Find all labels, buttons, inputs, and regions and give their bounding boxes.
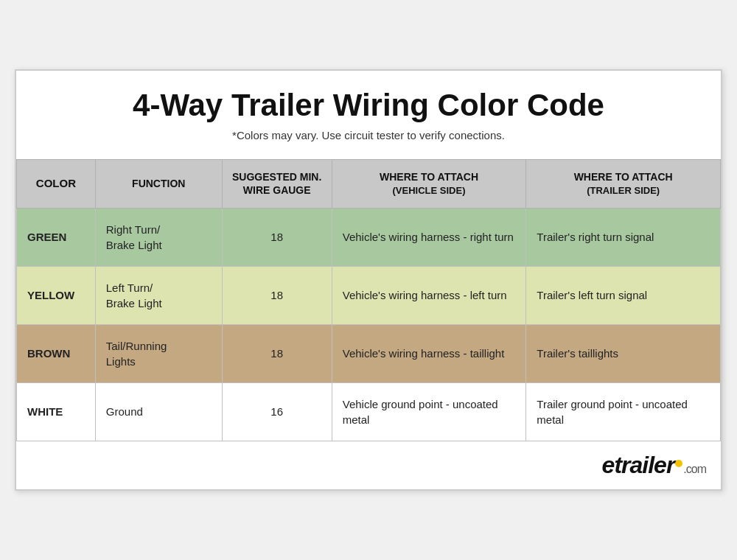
brand-dot <box>675 460 682 467</box>
cell-vehicle-green: Vehicle's wiring harness - right turn <box>332 208 526 266</box>
table-row: GREEN Right Turn/Brake Light 18 Vehicle'… <box>17 208 721 266</box>
col-header-function: FUNCTION <box>95 159 222 208</box>
cell-color-white: WHITE <box>17 382 96 441</box>
col-header-trailer: WHERE TO ATTACH(Trailer Side) <box>526 159 721 208</box>
brand-trailer-text: trailer <box>614 452 674 478</box>
cell-trailer-brown: Trailer's taillights <box>526 324 721 382</box>
card: 4-Way Trailer Wiring Color Code *Colors … <box>15 69 722 490</box>
cell-color-yellow: YELLOW <box>17 266 96 324</box>
col-header-gauge: SUGGESTED MIN.WIRE GAUGE <box>222 159 332 208</box>
cell-function-green: Right Turn/Brake Light <box>95 208 222 266</box>
cell-color-green: GREEN <box>17 208 96 266</box>
cell-function-white: Ground <box>95 382 222 441</box>
cell-gauge-white: 16 <box>222 382 332 441</box>
cell-gauge-yellow: 18 <box>222 266 332 324</box>
brand-e-letter: e <box>602 452 615 478</box>
cell-trailer-green: Trailer's right turn signal <box>526 208 721 266</box>
table-row: YELLOW Left Turn/Brake Light 18 Vehicle'… <box>17 266 721 324</box>
table-header-row: COLOR FUNCTION SUGGESTED MIN.WIRE GAUGE … <box>17 159 721 208</box>
footer: etrailer.com <box>16 441 721 489</box>
brand-com-text: .com <box>683 463 706 475</box>
cell-color-brown: BROWN <box>17 324 96 382</box>
cell-vehicle-brown: Vehicle's wiring harness - taillight <box>332 324 526 382</box>
cell-vehicle-yellow: Vehicle's wiring harness - left turn <box>332 266 526 324</box>
col-header-vehicle: WHERE TO ATTACH(Vehicle Side) <box>332 159 526 208</box>
table-row: WHITE Ground 16 Vehicle ground point - u… <box>17 382 721 441</box>
cell-gauge-brown: 18 <box>222 324 332 382</box>
cell-trailer-white: Trailer ground point - uncoated metal <box>526 382 721 441</box>
col-header-color: COLOR <box>17 159 96 208</box>
wiring-table: COLOR FUNCTION SUGGESTED MIN.WIRE GAUGE … <box>16 159 721 441</box>
cell-function-yellow: Left Turn/Brake Light <box>95 266 222 324</box>
table-row: BROWN Tail/RunningLights 18 Vehicle's wi… <box>17 324 721 382</box>
cell-gauge-green: 18 <box>222 208 332 266</box>
brand-logo: etrailer.com <box>602 452 706 478</box>
cell-function-brown: Tail/RunningLights <box>95 324 222 382</box>
page-title: 4-Way Trailer Wiring Color Code <box>31 88 706 122</box>
page-subtitle: *Colors may vary. Use circuit tester to … <box>31 129 706 141</box>
cell-trailer-yellow: Trailer's left turn signal <box>526 266 721 324</box>
card-header: 4-Way Trailer Wiring Color Code *Colors … <box>16 71 721 158</box>
cell-vehicle-white: Vehicle ground point - uncoated metal <box>332 382 526 441</box>
